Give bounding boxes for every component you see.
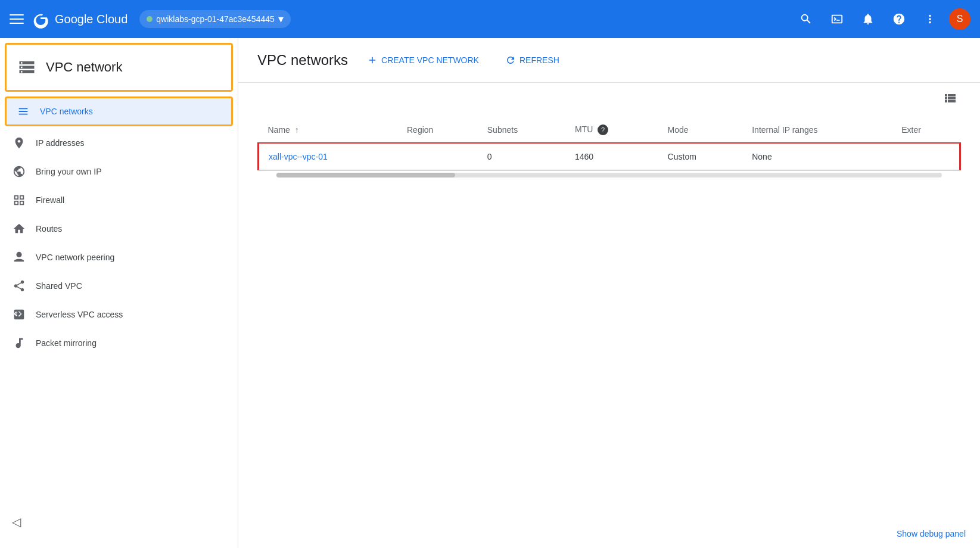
page-title: VPC networks [257,52,348,68]
column-mode: Mode [658,117,743,143]
cell-mtu: 1460 [565,143,658,170]
cell-mode: Custom [658,143,743,170]
cell-name[interactable]: xall-vpc--vpc-01 [259,143,398,170]
column-external: Exter [892,117,960,143]
firewall-icon [12,193,26,207]
sidebar-item-firewall-label: Firewall [36,195,64,205]
main-layout: VPC network VPC networks IP addresses [0,38,980,548]
sidebar-header-title: VPC network [46,60,122,75]
sidebar: VPC network VPC networks IP addresses [0,38,238,548]
terminal-icon[interactable] [825,7,849,31]
sidebar-item-packet-mirroring[interactable]: Packet mirroring [0,329,228,357]
sidebar-item-packet-mirroring-label: Packet mirroring [36,338,97,348]
column-mtu: MTU ? [565,117,658,143]
google-cloud-logo: Google Cloud [31,10,127,29]
mtu-help-icon[interactable]: ? [598,124,608,135]
sidebar-item-serverless-vpc-access[interactable]: Serverless VPC access [0,300,228,329]
sidebar-collapse[interactable]: ◁ [0,507,179,536]
project-dot [147,16,153,22]
cell-region [397,143,478,170]
sidebar-item-shared-vpc[interactable]: Shared VPC [0,272,228,300]
refresh-button[interactable]: REFRESH [498,50,567,70]
create-vpc-network-label: CREATE VPC NETWORK [381,55,479,65]
ip-addresses-icon [12,136,26,150]
sidebar-item-vpc-peering-label: VPC network peering [36,253,114,262]
collapse-icon: ◁ [12,515,21,529]
table-body: xall-vpc--vpc-01 0 1460 Custom None [259,143,960,170]
table-row[interactable]: xall-vpc--vpc-01 0 1460 Custom None [259,143,960,170]
cell-internal-ip-ranges: None [742,143,892,170]
create-vpc-network-button[interactable]: CREATE VPC NETWORK [360,50,486,70]
user-avatar[interactable]: S [949,8,970,30]
sidebar-item-bring-your-own-ip[interactable]: Bring your own IP [0,157,228,186]
debug-panel-link[interactable]: Show debug panel [897,529,966,538]
column-internal-ip-ranges: Internal IP ranges [742,117,892,143]
sidebar-item-routes[interactable]: Routes [0,214,228,243]
refresh-label: REFRESH [519,55,559,65]
sidebar-item-routes-label: Routes [36,224,62,233]
content-toolbar [238,83,980,117]
sidebar-item-bring-your-own-ip-label: Bring your own IP [36,167,102,176]
sidebar-header: VPC network [5,43,233,92]
routes-icon [12,222,26,236]
topbar: Google Cloud qwiklabs-gcp-01-47ac3e45444… [0,0,980,38]
vpc-network-icon [16,57,38,78]
density-toggle[interactable] [939,88,961,113]
sidebar-item-shared-vpc-label: Shared VPC [36,281,82,291]
column-name: Name ↑ [259,117,398,143]
notification-icon[interactable] [856,7,880,31]
sort-icon[interactable]: ↑ [295,125,299,135]
project-chevron-icon: ▾ [278,13,284,26]
vpc-networks-table: Name ↑ Region Subnets MTU ? [257,117,961,170]
column-subnets: Subnets [478,117,565,143]
bring-your-own-ip-icon [12,164,26,179]
shared-vpc-icon [12,279,26,293]
app-title: Google Cloud [55,13,127,26]
vpc-name-link[interactable]: xall-vpc--vpc-01 [269,152,328,161]
sidebar-item-vpc-networks[interactable]: VPC networks [5,96,233,126]
search-button[interactable] [794,7,818,31]
sidebar-item-vpc-networks-label: VPC networks [40,107,93,116]
table-container: Name ↑ Region Subnets MTU ? [238,117,980,178]
more-options-icon[interactable] [918,7,942,31]
vpc-peering-icon [12,250,26,264]
sidebar-item-serverless-vpc-label: Serverless VPC access [36,310,123,319]
serverless-vpc-icon [12,307,26,322]
cell-subnets: 0 [478,143,565,170]
content-header: VPC networks CREATE VPC NETWORK REFRESH [238,38,980,83]
scrollbar-thumb[interactable] [276,173,455,178]
column-region: Region [397,117,478,143]
sidebar-item-firewall[interactable]: Firewall [0,186,228,214]
sidebar-item-ip-addresses[interactable]: IP addresses [0,129,228,157]
cell-external [892,143,960,170]
sidebar-item-vpc-network-peering[interactable]: VPC network peering [0,243,228,272]
project-selector[interactable]: qwiklabs-gcp-01-47ac3e454445 ▾ [139,10,290,28]
main-content: VPC networks CREATE VPC NETWORK REFRESH [238,38,980,548]
project-name: qwiklabs-gcp-01-47ac3e454445 [156,14,274,24]
table-header: Name ↑ Region Subnets MTU ? [259,117,960,143]
horizontal-scrollbar[interactable] [276,173,942,178]
vpc-networks-icon [16,104,30,119]
hamburger-menu[interactable] [10,12,24,26]
sidebar-item-ip-addresses-label: IP addresses [36,138,84,148]
table-scroll: Name ↑ Region Subnets MTU ? [257,117,961,170]
packet-mirroring-icon [12,336,26,350]
help-icon[interactable] [887,7,911,31]
